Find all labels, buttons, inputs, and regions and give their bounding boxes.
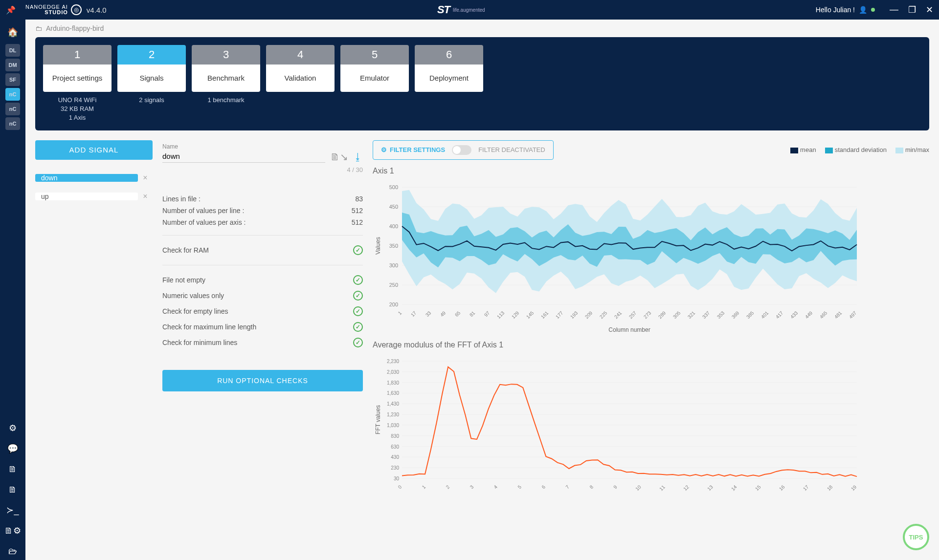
- check-ok-icon: ✓: [353, 275, 363, 285]
- svg-text:129: 129: [511, 310, 520, 320]
- version-label: v4.4.0: [87, 6, 107, 14]
- sidebar-tile-nc-3[interactable]: nC: [5, 88, 20, 101]
- sidebar: 🏠 DLDMSFnCnCnC ⚙ 💬 🗎 🗎 ≻_ 🗎⚙ 🗁: [0, 20, 25, 560]
- filter-bar: ⚙ FILTER SETTINGS FILTER DEACTIVATED mea…: [373, 140, 929, 160]
- svg-text:350: 350: [389, 243, 398, 249]
- info-value: 512: [352, 218, 363, 226]
- user-icon: 👤: [859, 6, 867, 14]
- svg-text:2,030: 2,030: [387, 369, 399, 374]
- folder-icon[interactable]: 🗁: [4, 542, 22, 560]
- chart-fft: 302304306308301,0301,2301,4301,6301,8302…: [373, 356, 929, 503]
- svg-text:449: 449: [804, 310, 814, 320]
- svg-text:33: 33: [425, 310, 432, 318]
- settings-icon[interactable]: ⚙: [4, 419, 22, 437]
- svg-text:9: 9: [612, 484, 618, 490]
- check-label: Check for minimum lines: [162, 339, 237, 346]
- svg-text:830: 830: [391, 433, 399, 438]
- chart2-title: Average modulus of the FFT of Axis 1: [373, 341, 929, 349]
- info-label: Number of values per axis :: [162, 218, 246, 226]
- st-tagline: life.augmented: [453, 7, 485, 13]
- svg-text:12: 12: [682, 484, 690, 492]
- svg-text:1,630: 1,630: [387, 390, 399, 396]
- svg-text:401: 401: [760, 310, 770, 320]
- sidebar-tile-nc-5[interactable]: nC: [5, 117, 20, 130]
- sidebar-tile-nc-4[interactable]: nC: [5, 103, 20, 115]
- config-file-icon[interactable]: 🗎⚙: [4, 522, 22, 539]
- step-validation[interactable]: 4Validation: [266, 45, 335, 123]
- step-project-settings[interactable]: 1Project settingsUNO R4 WiFi32 KB RAM1 A…: [43, 45, 112, 123]
- svg-text:49: 49: [439, 310, 447, 318]
- check-ok-icon: ✓: [353, 291, 363, 301]
- sidebar-tile-dm-1[interactable]: DM: [5, 59, 20, 71]
- svg-text:6: 6: [540, 484, 546, 490]
- svg-text:145: 145: [525, 310, 535, 320]
- import-icon[interactable]: 🗎↘: [330, 151, 348, 163]
- run-optional-checks-button[interactable]: RUN OPTIONAL CHECKS: [162, 370, 363, 391]
- maximize-icon[interactable]: ❐: [908, 4, 916, 15]
- svg-text:113: 113: [496, 310, 506, 320]
- svg-text:4: 4: [492, 484, 498, 490]
- add-signal-button[interactable]: ADD SIGNAL: [35, 140, 153, 160]
- breadcrumb: 🗀 Arduino-flappy-bird: [25, 20, 939, 37]
- svg-text:500: 500: [389, 184, 398, 190]
- filter-toggle[interactable]: [452, 145, 471, 155]
- pin-icon[interactable]: 📌: [6, 5, 16, 15]
- svg-text:2: 2: [445, 484, 451, 490]
- svg-text:161: 161: [540, 310, 550, 320]
- svg-text:305: 305: [672, 310, 682, 320]
- sidebar-tile-sf-2[interactable]: SF: [5, 73, 20, 86]
- close-icon[interactable]: ✕: [926, 4, 933, 15]
- workflow-steps: 1Project settingsUNO R4 WiFi32 KB RAM1 A…: [35, 37, 929, 130]
- svg-text:200: 200: [389, 302, 398, 307]
- check-label: Check for empty lines: [162, 307, 228, 315]
- signal-tab-up[interactable]: up: [35, 193, 138, 200]
- svg-text:241: 241: [613, 310, 623, 320]
- svg-text:417: 417: [775, 310, 784, 320]
- tips-button[interactable]: TIPS: [903, 524, 929, 550]
- signal-name-input[interactable]: [162, 150, 325, 163]
- step-deployment[interactable]: 6Deployment: [415, 45, 483, 123]
- doc-search-icon[interactable]: 🗎: [4, 460, 22, 478]
- folder-icon: 🗀: [35, 24, 42, 32]
- sidebar-tile-dl-0[interactable]: DL: [5, 44, 20, 57]
- svg-text:209: 209: [584, 310, 594, 320]
- name-counter: 4 / 30: [162, 166, 363, 173]
- step-emulator[interactable]: 5Emulator: [340, 45, 409, 123]
- signal-tab-down[interactable]: down: [35, 174, 138, 182]
- terminal-icon[interactable]: ≻_: [4, 501, 22, 519]
- doc-icon[interactable]: 🗎: [4, 481, 22, 498]
- check-ok-icon: ✓: [353, 338, 363, 347]
- svg-text:3: 3: [469, 484, 475, 490]
- svg-text:Values: Values: [375, 237, 381, 255]
- svg-text:14: 14: [730, 484, 738, 492]
- svg-text:2,230: 2,230: [387, 359, 399, 364]
- check-ok-icon: ✓: [353, 306, 363, 316]
- check-ram-label: Check for RAM: [162, 246, 209, 254]
- info-label: Number of values per line :: [162, 207, 244, 215]
- signal-close-up[interactable]: ×: [138, 192, 153, 201]
- signals-panel: ADD SIGNAL down×up×: [35, 140, 153, 550]
- home-icon[interactable]: 🏠: [4, 23, 22, 41]
- info-value: 83: [355, 195, 363, 203]
- name-label: Name: [162, 143, 363, 150]
- svg-text:430: 430: [391, 454, 399, 460]
- svg-text:8: 8: [588, 484, 594, 490]
- download-icon[interactable]: ⭳: [353, 151, 363, 163]
- svg-text:450: 450: [389, 204, 398, 210]
- svg-text:17: 17: [802, 484, 810, 492]
- step-signals[interactable]: 2Signals2 signals: [117, 45, 186, 123]
- svg-text:1,830: 1,830: [387, 380, 399, 385]
- svg-text:18: 18: [826, 484, 834, 492]
- step-benchmark[interactable]: 3Benchmark1 benchmark: [192, 45, 260, 123]
- chart-legend: mean standard deviation min/max: [790, 146, 929, 153]
- signal-close-down[interactable]: ×: [138, 173, 153, 182]
- chat-icon[interactable]: 💬: [4, 440, 22, 457]
- svg-text:369: 369: [731, 310, 740, 320]
- check-ok-icon: ✓: [353, 245, 363, 255]
- app-logo-text: NANOEDGE AI STUDIO: [25, 4, 68, 15]
- filter-settings-button[interactable]: ⚙ FILTER SETTINGS: [381, 146, 445, 153]
- minimize-icon[interactable]: —: [890, 4, 898, 15]
- svg-text:17: 17: [410, 310, 418, 318]
- svg-text:230: 230: [391, 465, 399, 471]
- user-greeting[interactable]: Hello Julian ! 👤: [816, 6, 875, 14]
